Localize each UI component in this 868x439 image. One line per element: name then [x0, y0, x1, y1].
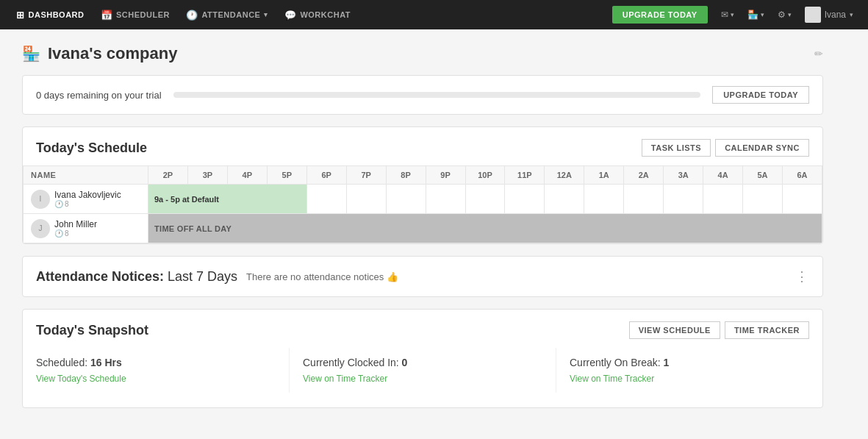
empty-cell [703, 185, 743, 214]
top-nav: ⊞ DASHBOARD 📅 SCHEDULER 🕐 ATTENDANCE ▾ 💬… [0, 0, 868, 29]
col-2p: 2P [148, 166, 188, 185]
main-content: 🏪 Ivana's company ✏ 0 days remaining on … [0, 29, 845, 435]
col-12a: 12A [545, 166, 584, 185]
attendance-notice-text: There are no attendance notices 👍 [246, 271, 398, 282]
employee-meta: 🕐 8 [54, 200, 121, 208]
col-3a: 3A [664, 166, 703, 185]
workchat-icon: 💬 [284, 10, 297, 21]
task-lists-button[interactable]: TASK LISTS [642, 139, 711, 157]
col-4a: 4A [703, 166, 743, 185]
upgrade-today-button[interactable]: UPGRADE TODAY [612, 6, 708, 24]
trial-progress-bar [173, 92, 701, 98]
empty-cell [584, 185, 624, 214]
employee-name-cell: J John Miller 🕐 8 [24, 214, 148, 243]
table-row: J John Miller 🕐 8 [24, 214, 822, 243]
settings-nav-group[interactable]: ⚙ ▾ [772, 10, 797, 20]
snapshot-stats: Scheduled: 16 Hrs View Today's Schedule … [23, 348, 822, 407]
schedule-table-header-row: NAME 2P 3P 4P 5P 6P 7P 8P 9P 10P 11P 12A… [24, 166, 822, 185]
col-10p: 10P [465, 166, 505, 185]
company-title-row: 🏪 Ivana's company [22, 44, 177, 63]
employee-avatar: I [31, 190, 50, 209]
snapshot-header: Today's Snapshot VIEW SCHEDULE TIME TRAC… [23, 310, 822, 348]
store-icon: 🏪 [747, 10, 758, 20]
stat-scheduled-link[interactable]: View Today's Schedule [36, 374, 126, 384]
time-off-block: TIME OFF ALL DAY [148, 214, 822, 243]
employee-meta: 🕐 8 [54, 229, 97, 238]
snapshot-stat-break: Currently On Break: 1 View on Time Track… [556, 348, 822, 393]
col-8p: 8P [386, 166, 426, 185]
stat-scheduled-label: Scheduled: 16 Hrs [36, 357, 276, 368]
col-6a: 6A [783, 166, 822, 185]
schedule-actions: TASK LISTS CALENDAR SYNC [642, 139, 809, 157]
dashboard-icon: ⊞ [16, 10, 25, 21]
shift-cell: 9a - 5p at Default [148, 185, 307, 214]
company-name: Ivana's company [48, 44, 177, 63]
nav-item-dashboard[interactable]: ⊞ DASHBOARD [9, 0, 92, 29]
stat-clocked-link[interactable]: View on Time Tracker [303, 374, 387, 384]
schedule-table: NAME 2P 3P 4P 5P 6P 7P 8P 9P 10P 11P 12A… [23, 165, 822, 243]
store-dropdown-icon: ▾ [761, 11, 764, 18]
col-4p: 4P [227, 166, 267, 185]
stat-break-link[interactable]: View on Time Tracker [570, 374, 654, 384]
empty-cell [306, 185, 346, 214]
snapshot-stat-scheduled: Scheduled: 16 Hrs View Today's Schedule [23, 348, 289, 393]
empty-cell [664, 185, 703, 214]
mail-dropdown-icon: ▾ [731, 11, 734, 18]
view-schedule-button[interactable]: VIEW SCHEDULE [629, 321, 720, 339]
col-2a: 2A [624, 166, 664, 185]
empty-cell [624, 185, 664, 214]
time-off-cell: TIME OFF ALL DAY [148, 214, 822, 243]
empty-cell [505, 185, 545, 214]
trial-bar: 0 days remaining on your trial UPGRADE T… [22, 75, 823, 115]
settings-dropdown-icon: ▾ [788, 11, 792, 18]
nav-item-scheduler[interactable]: 📅 SCHEDULER [93, 0, 177, 29]
stat-break-label: Currently On Break: 1 [570, 357, 809, 368]
col-1a: 1A [584, 166, 624, 185]
stat-clocked-label: Currently Clocked In: 0 [303, 357, 542, 368]
snapshot-title: Today's Snapshot [36, 323, 148, 338]
schedule-card: Today's Schedule TASK LISTS CALENDAR SYN… [22, 126, 823, 244]
empty-cell [743, 185, 783, 214]
table-row: I Ivana Jakovljevic 🕐 8 [24, 185, 822, 214]
col-3p: 3P [187, 166, 227, 185]
user-nav-group[interactable]: Ivana ▾ [799, 7, 859, 23]
company-header: 🏪 Ivana's company ✏ [22, 44, 823, 63]
employee-name-cell: I Ivana Jakovljevic 🕐 8 [24, 185, 148, 214]
shift-block: 9a - 5p at Default [148, 185, 306, 213]
empty-cell [465, 185, 505, 214]
empty-cell [783, 185, 822, 214]
attendance-dropdown-icon: ▾ [264, 11, 268, 18]
attendance-icon: 🕐 [186, 10, 198, 21]
attendance-header: Attendance Notices: Last 7 Days There ar… [23, 257, 822, 296]
snapshot-stat-clocked: Currently Clocked In: 0 View on Time Tra… [289, 348, 556, 393]
user-avatar [805, 7, 821, 23]
mail-nav-group[interactable]: ✉ ▾ [715, 10, 740, 20]
scheduler-icon: 📅 [101, 10, 113, 21]
empty-cell [545, 185, 584, 214]
mail-icon: ✉ [721, 10, 728, 20]
schedule-card-header: Today's Schedule TASK LISTS CALENDAR SYN… [23, 127, 822, 165]
edit-company-icon[interactable]: ✏ [814, 48, 823, 60]
upgrade-today-trial-button[interactable]: UPGRADE TODAY [712, 86, 809, 104]
attendance-title: Attendance Notices: Last 7 Days [36, 269, 237, 285]
three-dots-icon[interactable]: ⋮ [795, 268, 809, 285]
company-store-icon: 🏪 [22, 45, 40, 63]
employee-name: John Miller [54, 219, 97, 229]
col-name: NAME [24, 166, 148, 185]
employee-avatar: J [31, 219, 50, 238]
snapshot-actions: VIEW SCHEDULE TIME TRACKER [629, 321, 809, 339]
user-name-label: Ivana [825, 10, 846, 20]
store-nav-group[interactable]: 🏪 ▾ [742, 10, 770, 20]
col-9p: 9P [426, 166, 465, 185]
snapshot-card: Today's Snapshot VIEW SCHEDULE TIME TRAC… [22, 309, 823, 408]
time-tracker-button[interactable]: TIME TRACKER [725, 321, 809, 339]
calendar-sync-button[interactable]: CALENDAR SYNC [715, 139, 809, 157]
attendance-card: Attendance Notices: Last 7 Days There ar… [22, 256, 823, 297]
col-5a: 5A [743, 166, 783, 185]
nav-item-workchat[interactable]: 💬 WORKCHAT [277, 0, 358, 29]
clock-icon: 🕐 [54, 229, 63, 238]
nav-item-attendance[interactable]: 🕐 ATTENDANCE ▾ [179, 0, 276, 29]
col-5p: 5P [267, 166, 306, 185]
user-dropdown-icon: ▾ [850, 11, 853, 18]
schedule-table-container: NAME 2P 3P 4P 5P 6P 7P 8P 9P 10P 11P 12A… [23, 165, 822, 243]
